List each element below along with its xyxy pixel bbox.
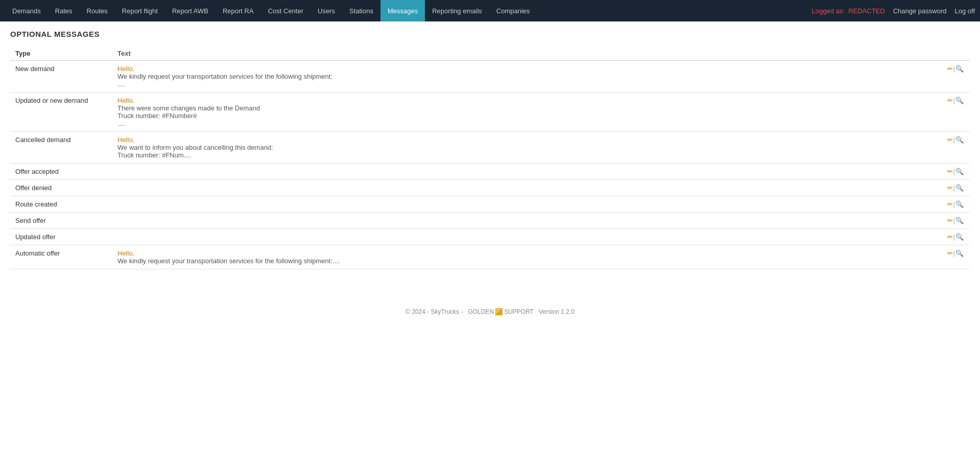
text-line-cancelled-demand-2: Truck number: #FNum.... — [117, 151, 191, 159]
type-cell-offer-accepted: Offer accepted — [10, 164, 112, 180]
type-cell-updated-offer: Updated offer — [10, 229, 112, 245]
footer: © 2024 - SkyTrucks - GOLDEN SUPPORT Vers… — [0, 298, 980, 326]
nav-item-report-ra[interactable]: Report RA — [216, 0, 261, 21]
golden-icon — [495, 308, 503, 315]
footer-version: Version 1.2.0 — [539, 308, 575, 315]
text-cell-route-created — [112, 196, 939, 213]
footer-text: © 2024 - SkyTrucks - GOLDEN SUPPORT Vers… — [405, 308, 575, 315]
edit-icon-automatic-offer[interactable]: ✏ — [947, 249, 953, 257]
text-cell-new-demand: Hello,We kindly request your transportat… — [112, 61, 939, 93]
col-actions — [939, 47, 970, 61]
actions-cell-automatic-offer: ✏|🔍 — [939, 245, 970, 269]
text-cell-offer-denied — [112, 180, 939, 196]
search-icon-new-demand[interactable]: 🔍 — [955, 65, 964, 73]
logged-as: Logged as: REDACTED — [812, 7, 885, 15]
golden-label: GOLDEN — [468, 308, 494, 315]
edit-icon-send-offer[interactable]: ✏ — [947, 217, 953, 224]
action-sep-cancelled-demand: | — [953, 136, 955, 144]
nav-item-cost-center[interactable]: Cost Center — [261, 0, 310, 21]
nav-item-rates[interactable]: Rates — [48, 0, 80, 21]
table-header: Type Text — [10, 47, 970, 61]
table-row-cancelled-demand: Cancelled demandHello,We want to inform … — [10, 132, 970, 164]
table-row-automatic-offer: Automatic offerHello,We kindly request y… — [10, 245, 970, 269]
support-label: SUPPORT — [504, 308, 534, 315]
search-icon-updated-offer[interactable]: 🔍 — [955, 233, 964, 241]
col-text: Text — [112, 47, 939, 61]
table-row-updated-offer: Updated offer✏|🔍 — [10, 229, 970, 245]
text-cell-updated-or-new-demand: Hello,There were some changes made to th… — [112, 93, 939, 132]
type-cell-automatic-offer: Automatic offer — [10, 245, 112, 269]
actions-cell-offer-accepted: ✏|🔍 — [939, 164, 970, 180]
edit-icon-offer-denied[interactable]: ✏ — [947, 184, 953, 192]
nav-item-routes[interactable]: Routes — [80, 0, 115, 21]
edit-icon-updated-or-new-demand[interactable]: ✏ — [947, 97, 953, 104]
nav-item-report-awb[interactable]: Report AWB — [165, 0, 216, 21]
text-line-new-demand-1: We kindly request your transportation se… — [117, 73, 332, 80]
text-cell-send-offer — [112, 213, 939, 229]
actions-cell-updated-offer: ✏|🔍 — [939, 229, 970, 245]
table-row-send-offer: Send offer✏|🔍 — [10, 213, 970, 229]
navbar: DemandsRatesRoutesReport flightReport AW… — [0, 0, 980, 21]
action-sep-route-created: | — [953, 200, 955, 208]
table-row-new-demand: New demandHello,We kindly request your t… — [10, 61, 970, 93]
actions-cell-cancelled-demand: ✏|🔍 — [939, 132, 970, 164]
search-icon-route-created[interactable]: 🔍 — [955, 200, 964, 208]
text-cell-offer-accepted — [112, 164, 939, 180]
text-cell-updated-offer — [112, 229, 939, 245]
change-password-link[interactable]: Change password — [893, 7, 947, 15]
actions-cell-updated-or-new-demand: ✏|🔍 — [939, 93, 970, 132]
nav-right: Logged as: REDACTED Change password Log … — [812, 7, 975, 15]
nav-item-stations[interactable]: Stations — [342, 0, 380, 21]
footer-brand: GOLDEN SUPPORT — [468, 308, 533, 315]
edit-icon-new-demand[interactable]: ✏ — [947, 65, 953, 73]
type-cell-new-demand: New demand — [10, 61, 112, 93]
text-line-automatic-offer-0: Hello, — [117, 249, 134, 257]
text-line-updated-or-new-demand-0: Hello, — [117, 97, 134, 104]
nav-item-reporting-emails[interactable]: Reporting emails — [425, 0, 489, 21]
type-cell-route-created: Route created — [10, 196, 112, 213]
nav-item-users[interactable]: Users — [310, 0, 342, 21]
search-icon-offer-accepted[interactable]: 🔍 — [955, 168, 964, 175]
page-title: OPTIONAL MESSAGES — [10, 30, 970, 38]
logged-as-user: REDACTED — [848, 7, 885, 15]
text-line-cancelled-demand-0: Hello, — [117, 136, 134, 144]
table-row-offer-denied: Offer denied✏|🔍 — [10, 180, 970, 196]
edit-icon-updated-offer[interactable]: ✏ — [947, 233, 953, 241]
search-icon-send-offer[interactable]: 🔍 — [955, 217, 964, 224]
text-line-updated-or-new-demand-2: Truck number: #FNumber# — [117, 112, 197, 120]
type-cell-cancelled-demand: Cancelled demand — [10, 132, 112, 164]
nav-item-report-flight[interactable]: Report flight — [115, 0, 165, 21]
action-sep-offer-denied: | — [953, 184, 955, 192]
text-line-updated-or-new-demand-3: .... — [117, 120, 125, 127]
text-line-new-demand-0: Hello, — [117, 65, 134, 73]
nav-items: DemandsRatesRoutesReport flightReport AW… — [5, 0, 812, 21]
search-icon-updated-or-new-demand[interactable]: 🔍 — [955, 97, 964, 104]
log-off-link[interactable]: Log off — [954, 7, 975, 15]
actions-cell-new-demand: ✏|🔍 — [939, 61, 970, 93]
search-icon-automatic-offer[interactable]: 🔍 — [955, 249, 964, 257]
text-line-cancelled-demand-1: We want to inform you about cancelling t… — [117, 144, 273, 151]
action-sep-send-offer: | — [953, 217, 955, 224]
search-icon-cancelled-demand[interactable]: 🔍 — [955, 136, 964, 144]
nav-item-demands[interactable]: Demands — [5, 0, 48, 21]
edit-icon-cancelled-demand[interactable]: ✏ — [947, 136, 953, 144]
text-line-new-demand-2: .... — [117, 80, 125, 88]
action-sep-new-demand: | — [953, 65, 955, 73]
text-line-automatic-offer-1: We kindly request your transportation se… — [117, 257, 340, 265]
search-icon-offer-denied[interactable]: 🔍 — [955, 184, 964, 192]
type-cell-offer-denied: Offer denied — [10, 180, 112, 196]
main-content: OPTIONAL MESSAGES Type Text New demandHe… — [0, 21, 980, 278]
logged-as-label: Logged as: — [812, 7, 845, 15]
edit-icon-route-created[interactable]: ✏ — [947, 200, 953, 208]
messages-table: Type Text New demandHello,We kindly requ… — [10, 47, 970, 269]
table-row-route-created: Route created✏|🔍 — [10, 196, 970, 213]
nav-item-companies[interactable]: Companies — [489, 0, 537, 21]
action-sep-automatic-offer: | — [953, 249, 955, 257]
table-body: New demandHello,We kindly request your t… — [10, 61, 970, 269]
text-line-updated-or-new-demand-1: There were some changes made to the Dema… — [117, 104, 260, 112]
text-cell-cancelled-demand: Hello,We want to inform you about cancel… — [112, 132, 939, 164]
nav-item-messages[interactable]: Messages — [380, 0, 425, 21]
table-row-updated-or-new-demand: Updated or new demandHello,There were so… — [10, 93, 970, 132]
edit-icon-offer-accepted[interactable]: ✏ — [947, 168, 953, 175]
action-sep-updated-offer: | — [953, 233, 955, 241]
